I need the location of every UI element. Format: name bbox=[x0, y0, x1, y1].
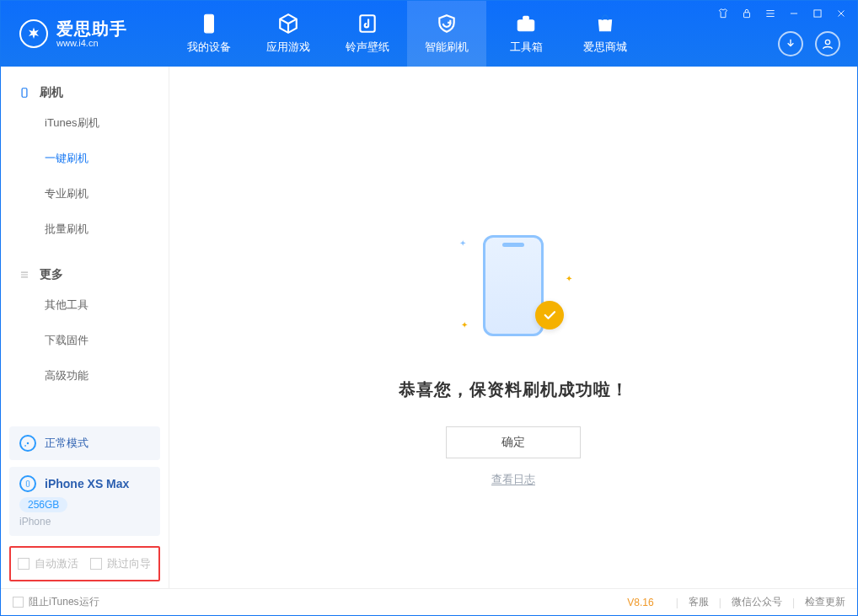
sidebar-item-batch-flash[interactable]: 批量刷机 bbox=[1, 212, 169, 247]
top-nav: 我的设备 应用游戏 铃声壁纸 智能刷机 工具箱 爱思商城 bbox=[169, 1, 645, 67]
minimize-icon[interactable] bbox=[786, 6, 802, 21]
success-illustration: ✦ ✦ ✦ bbox=[454, 227, 572, 345]
svg-rect-3 bbox=[523, 16, 529, 19]
cube-icon bbox=[277, 13, 299, 35]
sidebar-group-flash: 刷机 bbox=[1, 77, 169, 105]
view-log-link[interactable]: 查看日志 bbox=[491, 472, 535, 487]
nav-toolbox[interactable]: 工具箱 bbox=[486, 1, 566, 67]
app-name-cn: 爱思助手 bbox=[56, 19, 127, 38]
footer: 阻止iTunes运行 V8.16 | 客服 | 微信公众号 | 检查更新 bbox=[1, 588, 857, 615]
support-link[interactable]: 客服 bbox=[689, 595, 709, 609]
sidebar-item-download-firmware[interactable]: 下载固件 bbox=[1, 323, 169, 358]
download-button-icon[interactable] bbox=[778, 31, 803, 56]
nav-my-device[interactable]: 我的设备 bbox=[169, 1, 249, 67]
menu-icon[interactable] bbox=[763, 6, 778, 21]
close-icon[interactable] bbox=[834, 6, 849, 21]
lock-icon[interactable] bbox=[739, 6, 754, 21]
svg-point-9 bbox=[24, 445, 26, 447]
nav-label: 工具箱 bbox=[510, 40, 543, 55]
success-title: 恭喜您，保资料刷机成功啦！ bbox=[399, 378, 629, 401]
sparkle-icon: ✦ bbox=[461, 320, 468, 329]
sidebar-group-more: 更多 bbox=[1, 259, 169, 287]
svg-rect-4 bbox=[744, 13, 750, 18]
svg-rect-10 bbox=[26, 481, 29, 487]
mode-card[interactable]: 正常模式 bbox=[9, 426, 160, 460]
mode-icon bbox=[19, 435, 36, 452]
device-card[interactable]: iPhone XS Max 256GB iPhone bbox=[9, 467, 160, 536]
checkbox-box-icon bbox=[18, 558, 29, 570]
music-note-icon bbox=[357, 13, 378, 35]
sidebar: 刷机 iTunes刷机 一键刷机 专业刷机 批量刷机 更多 其他工具 下载固件 … bbox=[1, 67, 169, 588]
svg-point-6 bbox=[825, 40, 829, 44]
check-badge-icon bbox=[535, 301, 564, 329]
device-phone-icon bbox=[19, 475, 36, 492]
check-update-link[interactable]: 检查更新 bbox=[805, 595, 845, 609]
sidebar-item-itunes-flash[interactable]: iTunes刷机 bbox=[1, 105, 169, 141]
header-right-actions bbox=[778, 31, 840, 56]
svg-rect-2 bbox=[517, 20, 534, 31]
phone-icon bbox=[198, 13, 220, 35]
checkbox-label: 阻止iTunes运行 bbox=[29, 595, 99, 609]
device-name: iPhone XS Max bbox=[45, 477, 129, 490]
sidebar-item-other-tools[interactable]: 其他工具 bbox=[1, 287, 169, 323]
separator: | bbox=[719, 597, 721, 608]
svg-point-8 bbox=[27, 442, 29, 445]
header: 爱思助手 www.i4.cn 我的设备 应用游戏 铃声壁纸 智能刷机 bbox=[1, 1, 857, 67]
nav-ringtone-wallpaper[interactable]: 铃声壁纸 bbox=[328, 1, 407, 67]
app-name-en: www.i4.cn bbox=[56, 38, 127, 48]
user-account-icon[interactable] bbox=[815, 31, 840, 56]
logo-text: 爱思助手 www.i4.cn bbox=[56, 19, 127, 48]
options-highlight-box: 自动激活 跳过向导 bbox=[9, 546, 160, 581]
sparkle-icon: ✦ bbox=[459, 238, 466, 248]
nav-label: 爱思商城 bbox=[583, 40, 627, 55]
refresh-shield-icon bbox=[436, 13, 458, 35]
checkbox-skip-guide[interactable]: 跳过向导 bbox=[90, 556, 151, 571]
phone-outline-icon bbox=[483, 235, 544, 336]
checkbox-box-icon bbox=[90, 558, 102, 570]
sidebar-item-oneclick-flash[interactable]: 一键刷机 bbox=[1, 141, 169, 176]
logo-area: 爱思助手 www.i4.cn bbox=[1, 1, 169, 67]
nav-label: 智能刷机 bbox=[425, 40, 469, 55]
wechat-link[interactable]: 微信公众号 bbox=[732, 595, 782, 609]
checkbox-box-icon bbox=[13, 597, 24, 608]
mode-label: 正常模式 bbox=[45, 436, 88, 451]
main-content: ✦ ✦ ✦ 恭喜您，保资料刷机成功啦！ 确定 查看日志 bbox=[169, 67, 857, 588]
maximize-icon[interactable] bbox=[810, 6, 825, 21]
device-icon bbox=[18, 86, 31, 99]
separator: | bbox=[676, 597, 678, 608]
shopping-bag-icon bbox=[594, 13, 616, 35]
sidebar-scroll: 刷机 iTunes刷机 一键刷机 专业刷机 批量刷机 更多 其他工具 下载固件 … bbox=[1, 67, 169, 423]
version-label: V8.16 bbox=[627, 597, 653, 608]
separator: | bbox=[792, 597, 795, 608]
menu-list-icon bbox=[18, 268, 31, 281]
nav-apps-games[interactable]: 应用游戏 bbox=[249, 1, 328, 67]
device-type: iPhone bbox=[19, 516, 150, 528]
ok-button[interactable]: 确定 bbox=[446, 426, 581, 458]
app-window: 爱思助手 www.i4.cn 我的设备 应用游戏 铃声壁纸 智能刷机 bbox=[0, 0, 858, 616]
titlebar-icons bbox=[716, 6, 849, 21]
nav-label: 铃声壁纸 bbox=[346, 40, 389, 55]
nav-label: 我的设备 bbox=[187, 40, 231, 55]
group-title: 更多 bbox=[40, 267, 63, 282]
logo-icon bbox=[19, 19, 48, 48]
nav-label: 应用游戏 bbox=[266, 40, 310, 55]
body: 刷机 iTunes刷机 一键刷机 专业刷机 批量刷机 更多 其他工具 下载固件 … bbox=[1, 67, 857, 588]
sidebar-item-pro-flash[interactable]: 专业刷机 bbox=[1, 176, 169, 212]
svg-rect-0 bbox=[205, 14, 214, 33]
device-storage-badge: 256GB bbox=[19, 497, 67, 512]
sidebar-item-advanced[interactable]: 高级功能 bbox=[1, 358, 169, 394]
nav-smart-flash[interactable]: 智能刷机 bbox=[407, 1, 486, 67]
nav-store[interactable]: 爱思商城 bbox=[566, 1, 645, 67]
tshirt-icon[interactable] bbox=[716, 6, 731, 21]
sidebar-bottom: 正常模式 iPhone XS Max 256GB iPhone bbox=[1, 423, 169, 543]
svg-rect-5 bbox=[814, 10, 821, 17]
checkbox-auto-activate[interactable]: 自动激活 bbox=[18, 556, 78, 571]
checkbox-label: 自动激活 bbox=[35, 556, 78, 571]
sparkle-icon: ✦ bbox=[566, 274, 572, 283]
svg-rect-7 bbox=[22, 88, 27, 98]
checkbox-block-itunes[interactable]: 阻止iTunes运行 bbox=[13, 595, 99, 609]
checkbox-label: 跳过向导 bbox=[107, 556, 151, 571]
toolbox-icon bbox=[515, 13, 537, 35]
group-title: 刷机 bbox=[40, 85, 63, 100]
